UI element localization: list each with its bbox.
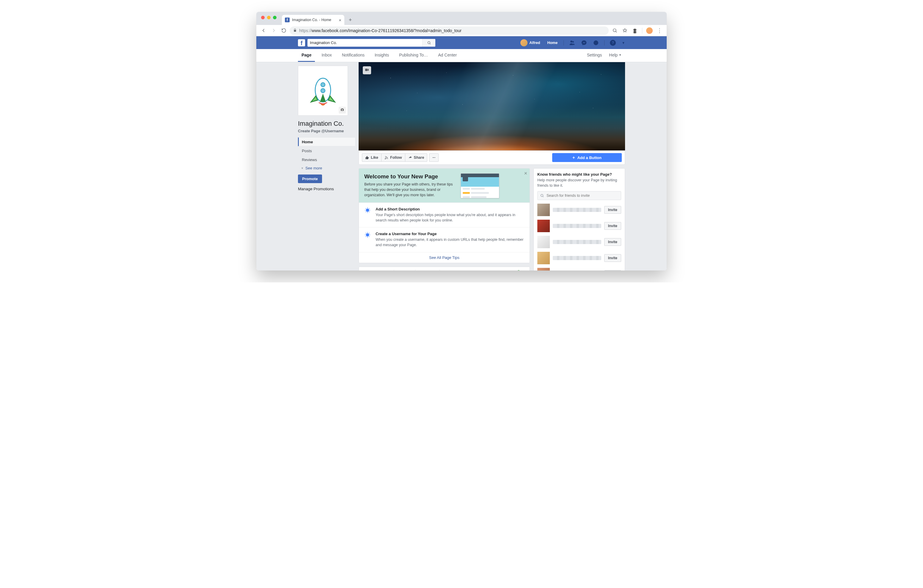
video-camera-icon[interactable] (363, 66, 371, 74)
tip-title: Add a Short Description (376, 207, 524, 211)
buffer-extension-icon[interactable] (631, 26, 639, 35)
close-icon[interactable]: × (524, 170, 527, 177)
page-title: Imagination Co. (298, 120, 355, 128)
rocket-illustration (305, 73, 341, 108)
friend-name-redacted (553, 208, 601, 212)
search-button[interactable] (422, 39, 435, 47)
svg-point-0 (613, 29, 616, 32)
lightbulb-icon (364, 207, 371, 223)
like-button[interactable]: Like (362, 153, 381, 162)
cover-photo[interactable] (359, 62, 625, 151)
composer-card: Create Post Live Event (359, 267, 530, 271)
friend-name-redacted (553, 224, 601, 228)
tip-username[interactable]: Create a Username for Your Page When you… (359, 227, 530, 252)
header-home-link[interactable]: Home (545, 41, 560, 45)
sidenav-reviews[interactable]: Reviews (298, 155, 355, 164)
friend-row: Invite (537, 252, 621, 264)
window-close[interactable] (261, 16, 264, 19)
welcome-title: Welcome to Your New Page (364, 173, 457, 180)
sidenav-home[interactable]: Home (298, 137, 355, 146)
messenger-icon[interactable] (580, 40, 588, 46)
friend-search-input[interactable] (547, 194, 619, 198)
window-minimize[interactable] (267, 16, 271, 19)
share-button[interactable]: Share (405, 153, 428, 162)
live-video-button[interactable]: Live (397, 271, 412, 271)
manage-promotions-link[interactable]: Manage Promotions (298, 187, 355, 191)
camera-icon[interactable] (339, 107, 346, 113)
account-dropdown-caret-icon[interactable]: ▼ (622, 41, 625, 44)
friend-avatar (537, 268, 550, 271)
left-column: Imagination Co. Create Page @Username Ho… (298, 62, 355, 271)
invite-button[interactable]: Invite (604, 270, 621, 271)
friend-avatar (537, 252, 550, 264)
svg-point-1 (428, 41, 430, 44)
subnav-settings[interactable]: Settings (583, 49, 606, 62)
tip-body: When you create a username, it appears i… (376, 237, 524, 248)
side-nav: Home Posts Reviews ▼ See more (298, 137, 355, 172)
boost-icon[interactable]: ▼ (516, 269, 526, 271)
window-zoom[interactable] (273, 16, 276, 19)
friend-requests-icon[interactable] (568, 40, 576, 46)
follow-button[interactable]: Follow (381, 153, 405, 162)
nav-forward-button[interactable] (269, 26, 278, 35)
fb-search-box[interactable] (307, 39, 435, 47)
browser-tab[interactable]: f Imagination Co. - Home × (282, 15, 344, 25)
nav-back-button[interactable] (259, 26, 268, 35)
sidenav-posts[interactable]: Posts (298, 146, 355, 155)
invite-subtitle: Help more people discover your Page by i… (537, 178, 621, 188)
url-scheme: https://www.facebook.com/Imagination-Co-… (299, 28, 462, 33)
zoom-icon[interactable] (611, 26, 619, 35)
window-controls (259, 12, 278, 25)
friend-search-box[interactable] (537, 191, 621, 200)
subnav-help[interactable]: Help▼ (605, 49, 625, 62)
invite-button[interactable]: Invite (604, 238, 621, 246)
create-post-button[interactable]: Create Post (363, 271, 390, 271)
subnav-tab-adcenter[interactable]: Ad Center (434, 49, 460, 62)
header-profile-link[interactable]: Alfred (518, 39, 542, 46)
nav-reload-button[interactable] (279, 26, 288, 35)
see-all-tips-link[interactable]: See All Page Tips (359, 252, 530, 263)
profile-avatar-button[interactable] (645, 26, 654, 35)
toolbar-separator (642, 28, 642, 34)
facebook-logo[interactable]: f (298, 39, 305, 46)
svg-point-7 (366, 209, 370, 212)
promote-button[interactable]: Promote (298, 174, 322, 183)
fb-search-input[interactable] (307, 40, 422, 45)
right-column: Know friends who might like your Page? H… (534, 168, 625, 271)
fb-header: f Alfred Home (256, 36, 667, 49)
tip-short-description[interactable]: Add a Short Description Your Page's shor… (359, 203, 530, 227)
friend-row: Invite (537, 268, 621, 271)
subnav-tab-inbox[interactable]: Inbox (318, 49, 335, 62)
subnav-tab-insights[interactable]: Insights (371, 49, 393, 62)
welcome-card: × Welcome to Your New Page Before you sh… (359, 168, 530, 263)
offer-button[interactable]: Offer (443, 271, 459, 271)
browser-menu-button[interactable]: ⋮ (655, 26, 664, 35)
create-username-link[interactable]: Create Page @Username (298, 129, 355, 133)
invite-button[interactable]: Invite (604, 254, 621, 262)
add-a-button[interactable]: Add a Button (552, 153, 622, 162)
friend-avatar (537, 220, 550, 232)
sidenav-see-more[interactable]: ▼ See more (298, 164, 355, 172)
subnav-tab-page[interactable]: Page (298, 49, 315, 62)
bookmark-star-icon[interactable] (621, 26, 629, 35)
more-actions-button[interactable]: ··· (429, 153, 439, 162)
notifications-icon[interactable] (592, 40, 599, 46)
address-bar[interactable]: https://www.facebook.com/Imagination-Co-… (290, 26, 609, 35)
header-profile-name: Alfred (529, 41, 540, 45)
new-tab-button[interactable]: + (346, 16, 355, 24)
event-button[interactable]: Event (419, 271, 436, 271)
facebook-favicon: f (285, 18, 290, 22)
friend-row: Invite (537, 236, 621, 248)
friend-name-redacted (553, 240, 601, 244)
tab-title: Imagination Co. - Home (292, 18, 336, 22)
tip-body: Your Page's short description helps peop… (376, 212, 524, 223)
browser-toolbar: https://www.facebook.com/Imagination-Co-… (256, 25, 667, 36)
invite-button[interactable]: Invite (604, 206, 621, 214)
help-icon[interactable]: ? (609, 40, 616, 46)
invite-button[interactable]: Invite (604, 222, 621, 230)
tab-close-icon[interactable]: × (339, 18, 342, 23)
profile-picture[interactable] (298, 66, 348, 116)
page-subnav: Page Inbox Notifications Insights Publis… (256, 49, 667, 62)
subnav-tab-notifications[interactable]: Notifications (338, 49, 368, 62)
subnav-tab-publishing[interactable]: Publishing To… (396, 49, 432, 62)
